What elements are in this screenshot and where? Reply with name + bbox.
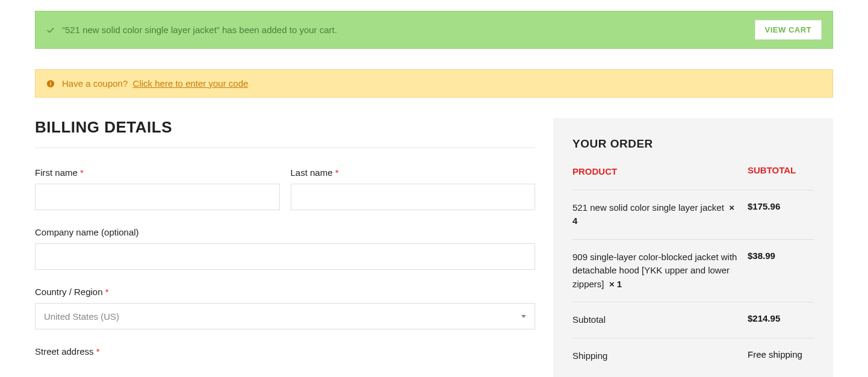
country-label: Country / Region * (35, 287, 535, 297)
coupon-link[interactable]: Click here to enter your code (133, 78, 249, 89)
order-subtotal-row: Subtotal $214.95 (572, 302, 814, 338)
order-item-name: 909 single-layer color-blocked jacket wi… (572, 252, 737, 289)
company-label: Company name (optional) (35, 227, 535, 237)
order-col-subtotal: SUBTOTAL (748, 165, 814, 179)
svg-rect-2 (50, 81, 51, 82)
cart-added-alert: “521 new solid color single layer jacket… (35, 11, 833, 49)
order-item-name: 521 new solid color single layer jacket (572, 202, 724, 213)
order-col-product: PRODUCT (572, 165, 748, 179)
order-item-qty: × 1 (609, 279, 622, 289)
country-value: United States (US) (44, 311, 119, 322)
svg-rect-1 (50, 83, 51, 85)
order-header-row: PRODUCT SUBTOTAL (572, 165, 814, 190)
order-item-row: 909 single-layer color-blocked jacket wi… (572, 240, 814, 303)
info-icon (46, 79, 55, 88)
billing-heading: BILLING DETAILS (35, 118, 535, 148)
order-shipping-row: Shipping Free shipping (572, 338, 814, 374)
last-name-label: Last name * (291, 167, 536, 178)
coupon-prompt: Have a coupon? Click here to enter your … (62, 78, 248, 89)
last-name-input[interactable] (291, 184, 536, 210)
billing-details: BILLING DETAILS First name * Last name *… (35, 118, 535, 363)
order-summary: YOUR ORDER PRODUCT SUBTOTAL 521 new soli… (553, 118, 833, 377)
order-subtotal-value: $214.95 (748, 313, 814, 323)
street-label: Street address * (35, 346, 535, 357)
alert-success-message: “521 new solid color single layer jacket… (62, 25, 337, 35)
first-name-label: First name * (35, 167, 280, 178)
order-heading: YOUR ORDER (572, 137, 814, 151)
order-item-subtotal: $175.96 (748, 201, 814, 211)
order-item-row: 521 new solid color single layer jacket … (572, 190, 814, 240)
order-shipping-value: Free shipping (748, 349, 814, 360)
coupon-alert: Have a coupon? Click here to enter your … (35, 69, 833, 98)
country-select[interactable]: United States (US) (35, 303, 535, 329)
order-item-subtotal: $38.99 (748, 251, 814, 261)
company-input[interactable] (35, 243, 535, 270)
view-cart-button[interactable]: VIEW CART (755, 20, 822, 40)
check-icon (46, 26, 55, 34)
first-name-input[interactable] (35, 184, 280, 210)
chevron-down-icon (521, 315, 526, 318)
order-subtotal-label: Subtotal (572, 313, 748, 327)
order-shipping-label: Shipping (572, 349, 748, 363)
